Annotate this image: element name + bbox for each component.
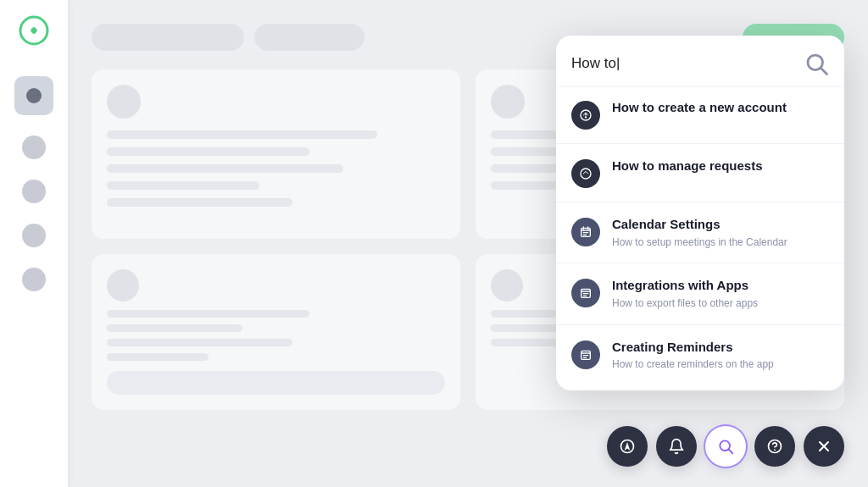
result-item-1[interactable]: How to create a new account — [556, 87, 844, 141]
result-icon-2 — [571, 159, 600, 188]
search-button[interactable] — [705, 426, 746, 467]
result-title-3: Calendar Settings — [612, 216, 829, 233]
search-dropdown: How to create a new account How to manag… — [556, 36, 844, 390]
result-item-2[interactable]: How to manage requests — [556, 146, 844, 200]
result-text-3: Calendar Settings How to setup meetings … — [612, 216, 829, 249]
svg-line-2 — [821, 69, 827, 75]
svg-line-24 — [729, 450, 733, 454]
sidebar — [0, 0, 68, 487]
result-icon-5 — [571, 340, 600, 369]
result-subtitle-5: How to create reminders on the app — [612, 357, 829, 372]
sidebar-item-1[interactable] — [22, 136, 46, 159]
result-text-2: How to manage requests — [612, 158, 829, 174]
result-item-3[interactable]: Calendar Settings How to setup meetings … — [556, 204, 844, 261]
result-subtitle-4: How to export files to other apps — [612, 296, 829, 311]
nav-button[interactable] — [607, 426, 648, 467]
top-bar-pill-1 — [92, 24, 244, 51]
result-text-4: Integrations with Apps How to export fil… — [612, 277, 829, 310]
result-text-5: Creating Reminders How to create reminde… — [612, 339, 829, 372]
sidebar-item-3[interactable] — [22, 224, 46, 247]
search-input[interactable] — [571, 55, 795, 72]
result-icon-3 — [571, 218, 600, 246]
result-icon-4 — [571, 279, 600, 307]
card-3 — [92, 254, 460, 410]
bottom-toolbar — [607, 426, 844, 467]
sidebar-item-4[interactable] — [22, 268, 46, 291]
card-1 — [92, 69, 460, 239]
top-bar-pill-2 — [254, 24, 364, 51]
divider-1 — [556, 143, 844, 144]
sidebar-logo — [19, 15, 49, 56]
result-item-4[interactable]: Integrations with Apps How to export fil… — [556, 265, 844, 322]
svg-marker-22 — [625, 442, 631, 451]
search-submit-icon[interactable] — [804, 51, 829, 76]
divider-3 — [556, 263, 844, 263]
sidebar-item-active[interactable] — [14, 76, 53, 115]
sidebar-item-2[interactable] — [22, 180, 46, 203]
result-item-5[interactable]: Creating Reminders How to create reminde… — [556, 327, 844, 384]
result-title-2: How to manage requests — [612, 158, 829, 174]
result-text-1: How to create a new account — [612, 99, 829, 116]
close-button[interactable] — [804, 426, 844, 467]
result-subtitle-3: How to setup meetings in the Calendar — [612, 235, 829, 250]
result-title-4: Integrations with Apps — [612, 277, 829, 294]
svg-point-6 — [581, 169, 591, 179]
svg-point-5 — [585, 117, 586, 118]
divider-2 — [556, 202, 844, 202]
divider-4 — [556, 324, 844, 325]
result-title-1: How to create a new account — [612, 99, 829, 116]
result-icon-1 — [571, 101, 600, 130]
result-title-5: Creating Reminders — [612, 339, 829, 356]
search-input-row — [556, 36, 844, 87]
help-button[interactable] — [754, 426, 795, 467]
bell-button[interactable] — [656, 426, 697, 467]
